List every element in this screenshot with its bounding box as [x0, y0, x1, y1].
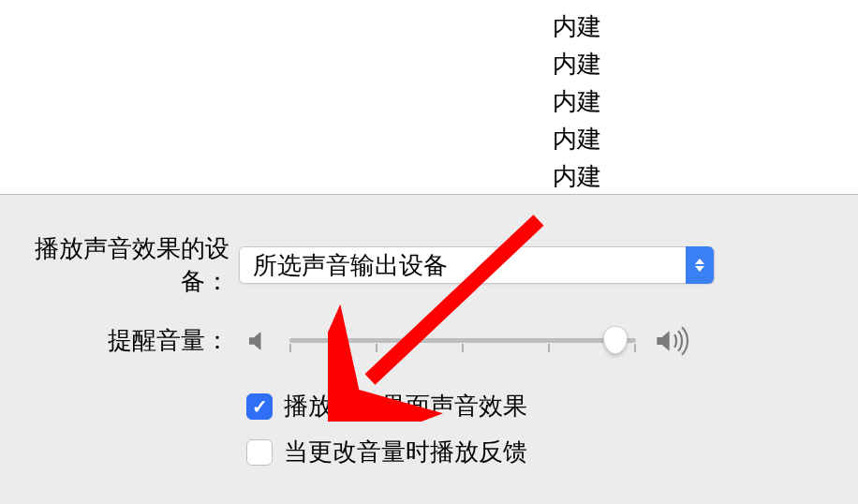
dropdown-stepper-icon [686, 246, 714, 284]
play-ui-sounds-checkbox[interactable]: ✓ [246, 393, 273, 420]
slider-ticks [289, 344, 636, 352]
feedback-on-volume-change-label: 当更改音量时播放反馈 [284, 436, 527, 468]
list-item[interactable]: 内建 [553, 82, 601, 120]
sound-effects-device-label: 播放声音效果的设备： [0, 232, 239, 298]
speaker-low-icon [244, 327, 273, 355]
play-ui-sounds-label: 播放用户界面声音效果 [284, 390, 527, 422]
alert-volume-label: 提醒音量： [0, 324, 239, 357]
speaker-high-icon [653, 326, 696, 356]
sound-effects-device-dropdown[interactable]: 所选声音输出设备 [239, 246, 715, 284]
list-item[interactable]: 内建 [553, 157, 601, 195]
feedback-on-volume-change-checkbox[interactable] [246, 439, 273, 466]
list-item[interactable]: 内建 [553, 7, 601, 45]
dropdown-selected-value: 所选声音输出设备 [240, 249, 686, 282]
alert-volume-slider[interactable] [289, 327, 636, 355]
checkmark-icon: ✓ [252, 397, 268, 416]
device-type-list: 内建 内建 内建 内建 内建 [0, 0, 858, 195]
slider-track [289, 338, 636, 343]
list-item[interactable]: 内建 [553, 45, 601, 82]
list-item[interactable]: 内建 [553, 120, 601, 157]
